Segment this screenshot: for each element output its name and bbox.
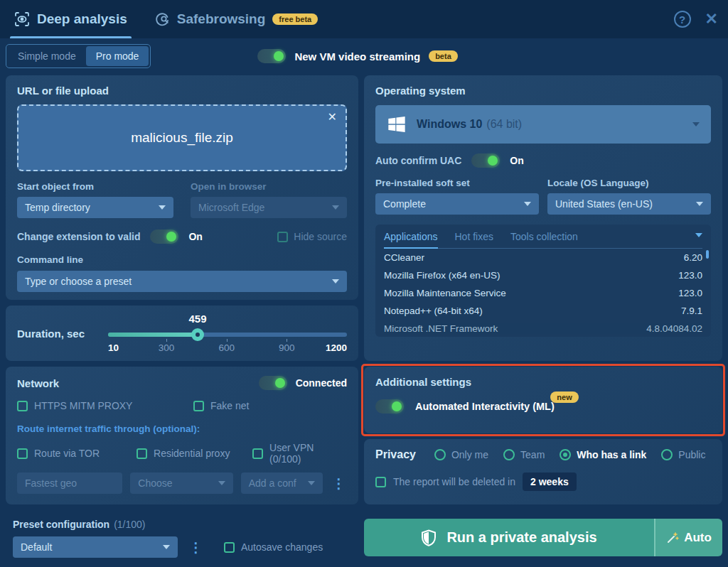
delete-period-selector[interactable]: 2 weeks — [523, 472, 577, 491]
fake-net-checkbox[interactable] — [193, 401, 204, 411]
duration-slider[interactable]: 459 10 300 600 900 1200 — [108, 320, 347, 354]
pro-mode-button[interactable]: Pro mode — [86, 46, 149, 66]
chevron-down-icon — [308, 481, 315, 485]
tick-mark — [227, 339, 228, 342]
start-object-dropdown[interactable]: Temp directory — [17, 197, 173, 218]
privacy-public[interactable]: Public — [661, 449, 705, 460]
tor-checkbox[interactable] — [17, 448, 28, 459]
tab-applications[interactable]: Applications — [384, 231, 438, 242]
mitm-proxy-checkbox[interactable] — [17, 401, 28, 411]
auto-button[interactable]: Auto — [654, 519, 722, 556]
apps-scrollbar[interactable] — [706, 250, 709, 259]
vm-streaming-toggle[interactable] — [257, 49, 286, 63]
radio-who-has-link[interactable] — [560, 449, 571, 460]
file-dropzone[interactable]: malicious_file.zip ✕ — [17, 104, 347, 171]
tor-label: Route via TOR — [34, 448, 100, 459]
open-browser-label: Open in browser — [191, 181, 347, 192]
app-row: Mozilla Maintenance Service 123.0 — [384, 284, 702, 302]
privacy-panel: Privacy Only me Team Who has a link — [364, 439, 722, 504]
radio-team[interactable] — [503, 449, 515, 460]
chevron-down-icon — [159, 205, 166, 210]
slider-fill — [108, 333, 198, 337]
privacy-only-me[interactable]: Only me — [434, 449, 488, 460]
vpn-kebab-menu-icon[interactable]: ⋮ — [331, 477, 347, 490]
run-button-label: Run a private analysis — [446, 529, 596, 546]
user-vpn-checkbox[interactable] — [252, 448, 263, 459]
network-panel: Network Connected HTTPS MITM PROXY Fake … — [6, 367, 358, 504]
vm-streaming-label: New VM video streaming — [294, 50, 420, 63]
app-row: Microsoft .NET Framework 4.8.04084.02 — [384, 320, 702, 337]
scan-eye-icon — [14, 11, 30, 27]
proxy-choose-dropdown[interactable]: Choose — [130, 472, 232, 494]
soft-set-dropdown[interactable]: Complete — [375, 193, 539, 215]
preset-kebab-menu-icon[interactable]: ⋮ — [188, 541, 204, 554]
preset-block: Preset configuration (1/100) Default ⋮ A… — [6, 510, 358, 558]
radio-public[interactable] — [661, 449, 673, 460]
tick-300: 300 — [159, 342, 175, 353]
tor-option[interactable]: Route via TOR — [17, 448, 136, 459]
automated-interactivity-toggle[interactable] — [375, 399, 404, 414]
privacy-team[interactable]: Team — [503, 449, 545, 460]
tab-safebrowsing[interactable]: Safebrowsing free beta — [150, 0, 322, 38]
fastest-geo-dropdown[interactable]: Fastest geo — [17, 472, 122, 494]
delete-report-label: The report will be deleted in — [393, 476, 515, 487]
app-name: CCleaner — [384, 252, 424, 263]
network-toggle[interactable] — [259, 376, 287, 390]
preset-dropdown[interactable]: Default — [13, 536, 178, 558]
windows-logo-icon — [387, 114, 407, 134]
app-version: 4.8.04084.02 — [646, 323, 702, 334]
magic-wand-icon — [666, 531, 679, 544]
collapse-apps-icon[interactable] — [695, 233, 702, 237]
locale-dropdown[interactable]: United States (en-US) — [547, 193, 711, 215]
network-title: Network — [17, 377, 59, 389]
residential-proxy-checkbox[interactable] — [136, 448, 147, 459]
mitm-proxy-option[interactable]: HTTPS MITM PROXY — [17, 400, 193, 411]
tab-safebrowsing-label: Safebrowsing — [177, 11, 266, 27]
tab-tools-collection[interactable]: Tools collection — [510, 231, 578, 242]
autosave-label: Autosave changes — [241, 541, 323, 553]
fake-net-option[interactable]: Fake net — [193, 400, 249, 411]
auto-button-label: Auto — [684, 531, 712, 545]
change-extension-toggle[interactable] — [150, 230, 178, 244]
remove-file-icon[interactable]: ✕ — [328, 110, 337, 124]
chevron-down-icon — [692, 122, 700, 126]
mode-segmented-control: Simple mode Pro mode — [6, 44, 151, 68]
locale-label: Locale (OS Language) — [547, 178, 711, 188]
vpn-conf-dropdown[interactable]: Add a conf — [241, 472, 323, 494]
close-icon[interactable]: ✕ — [705, 11, 718, 27]
radio-only-me[interactable] — [434, 449, 446, 460]
chevron-down-icon — [524, 202, 531, 206]
privacy-who-has-link[interactable]: Who has a link — [560, 449, 646, 460]
user-vpn-option[interactable]: User VPN (0/100) — [252, 442, 347, 465]
chevron-down-icon — [332, 279, 339, 284]
uac-label: Auto confirm UAC — [375, 155, 461, 166]
who-has-link-label: Who has a link — [577, 449, 646, 460]
change-extension-label: Change extension to valid — [17, 231, 140, 242]
uploaded-filename: malicious_file.zip — [131, 130, 233, 146]
uac-toggle[interactable] — [471, 153, 500, 168]
command-line-dropdown[interactable]: Type or choose a preset — [17, 271, 347, 292]
open-browser-dropdown: Microsoft Edge — [191, 197, 347, 218]
mitm-proxy-label: HTTPS MITM PROXY — [34, 400, 132, 411]
deep-analysis-dialog: Deep analysis Safebrowsing free beta ? ✕… — [0, 0, 728, 567]
additional-settings-title: Additional settings — [375, 376, 711, 388]
os-dropdown[interactable]: Windows 10 (64 bit) — [375, 105, 711, 144]
autosave-checkbox[interactable] — [224, 542, 235, 553]
tab-deep-analysis[interactable]: Deep analysis — [10, 0, 132, 38]
run-private-analysis-button[interactable]: Run a private analysis — [364, 519, 654, 556]
tab-hot-fixes[interactable]: Hot fixes — [455, 231, 493, 242]
chevron-down-icon — [696, 202, 703, 206]
simple-mode-button[interactable]: Simple mode — [8, 46, 86, 66]
residential-proxy-option[interactable]: Residential proxy — [136, 448, 252, 459]
tick-10: 10 — [108, 342, 119, 353]
delete-report-checkbox[interactable] — [375, 477, 386, 487]
help-icon[interactable]: ? — [674, 11, 691, 28]
preset-config-label: Preset configuration — [13, 519, 109, 530]
autosave-option[interactable]: Autosave changes — [224, 541, 323, 553]
app-row: CCleaner 6.20 — [384, 249, 702, 266]
slider-thumb[interactable] — [191, 328, 204, 341]
only-me-label: Only me — [451, 449, 488, 460]
os-panel: Operating system Windows 10 (64 bit) Aut… — [364, 75, 722, 361]
mode-row: Simple mode Pro mode New VM video stream… — [0, 38, 728, 74]
app-name: Mozilla Firefox (x64 en-US) — [384, 270, 500, 281]
